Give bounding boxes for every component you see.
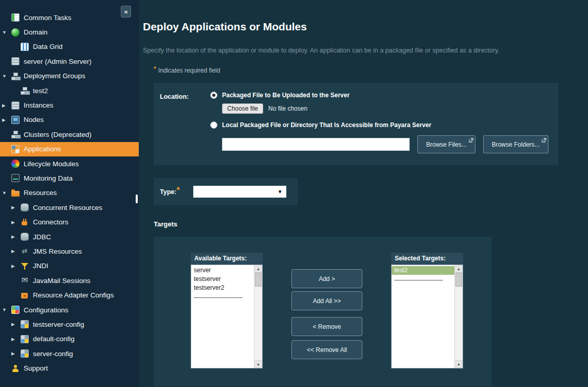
- funnel-icon: [21, 262, 29, 270]
- type-required-asterisk: *: [176, 186, 179, 195]
- database-icon: [21, 203, 29, 212]
- sidebar-item-server-config[interactable]: ▶server-config: [0, 346, 139, 361]
- sidebar-item-label: Monitoring Data: [24, 174, 72, 182]
- sidebar-item-label: JavaMail Sessions: [33, 277, 90, 285]
- local-radio[interactable]: [210, 121, 217, 129]
- expand-right-icon[interactable]: ▶: [11, 351, 21, 356]
- data-grid-icon: [21, 43, 29, 51]
- sidebar-item-testserver-config[interactable]: ▶testserver-config: [0, 317, 139, 331]
- sidebar-item-label: JNDI: [33, 262, 48, 270]
- sidebar-item-data-grid[interactable]: Data Grid: [0, 40, 139, 54]
- connector-icon: [21, 218, 29, 226]
- available-scrollbar[interactable]: ▲ ▼: [254, 265, 262, 368]
- sidebar-item-resource-adapter-configs[interactable]: Resource Adapter Configs: [0, 288, 139, 302]
- available-target-option[interactable]: server: [191, 266, 254, 275]
- sidebar-item-label: server-config: [33, 350, 73, 358]
- available-target-option[interactable]: testserver2: [191, 284, 254, 292]
- sidebar-item-label: test2: [33, 87, 48, 95]
- available-targets-listbox[interactable]: servertestservertestserver2 ▲ ▼: [191, 265, 263, 368]
- sidebar-item-label: JMS Resources: [33, 248, 82, 255]
- sidebar-item-support[interactable]: Support: [0, 361, 139, 375]
- selected-target-option[interactable]: test2: [392, 266, 454, 275]
- type-panel: Type: * ▼: [154, 178, 298, 205]
- expand-right-icon[interactable]: ▶: [11, 220, 21, 225]
- selected-scrollbar[interactable]: ▲ ▼: [454, 265, 463, 368]
- sidebar-item-monitoring-data[interactable]: Monitoring Data: [0, 171, 139, 185]
- sidebar-item-test2[interactable]: test2: [0, 83, 139, 98]
- sidebar-item-resources[interactable]: ▼Resources: [0, 186, 139, 200]
- configurations-icon: [11, 306, 20, 314]
- transfer-buttons: Add >Add All >>< Remove<< Remove All: [291, 253, 362, 386]
- required-text: Indicates required field: [158, 67, 220, 74]
- sidebar-item-applications[interactable]: Applications: [0, 142, 139, 156]
- scrollbar-thumb[interactable]: [255, 273, 262, 287]
- sidebar-item-jndi[interactable]: ▶JNDI: [0, 259, 139, 273]
- expand-down-icon[interactable]: ▼: [2, 30, 11, 35]
- scroll-up-icon[interactable]: ▲: [455, 265, 463, 273]
- local-option-row: Local Packaged File or Directory That Is…: [210, 121, 558, 129]
- sidebar-item-lifecycle-modules[interactable]: Lifecycle Modules: [0, 156, 139, 171]
- expand-right-icon[interactable]: ▶: [11, 337, 21, 342]
- choose-file-button[interactable]: Choose file: [222, 103, 263, 114]
- sidebar-collapse-button[interactable]: «: [121, 6, 131, 17]
- expand-right-icon[interactable]: ▶: [11, 249, 21, 254]
- external-link-icon: [542, 137, 546, 144]
- type-select[interactable]: ▼: [193, 186, 286, 198]
- sidebar-item-label: Resources: [24, 189, 57, 197]
- file-status-text: No file chosen: [268, 105, 307, 112]
- sidebar-item-jdbc[interactable]: ▶JDBC: [0, 230, 139, 244]
- remove-button[interactable]: < Remove: [291, 317, 362, 336]
- scrollbar-thumb[interactable]: [455, 273, 462, 287]
- tasks-icon: [11, 13, 20, 22]
- collapse-sidebar-icon: «: [124, 8, 127, 15]
- domain-sphere-icon: [11, 28, 20, 37]
- sidebar-item-label: Configurations: [24, 306, 68, 314]
- sidebar-item-deployment-groups[interactable]: ▼Deployment Groups: [0, 69, 139, 83]
- expand-down-icon[interactable]: ▼: [2, 307, 11, 312]
- sidebar-item-server-admin-server[interactable]: server (Admin Server): [0, 54, 139, 68]
- sidebar-item-label: server (Admin Server): [24, 58, 91, 65]
- available-targets-label: Available Targets:: [191, 253, 263, 265]
- browse-files-button[interactable]: Browse Files...: [417, 135, 475, 153]
- sidebar-item-domain[interactable]: ▼Domain: [0, 25, 139, 39]
- scroll-down-icon[interactable]: ▼: [455, 360, 463, 368]
- sidebar-item-configurations[interactable]: ▼Configurations: [0, 303, 139, 317]
- config-icon: [21, 349, 29, 358]
- path-input[interactable]: [222, 138, 410, 151]
- sidebar-item-label: Support: [24, 364, 48, 372]
- selected-targets-listbox[interactable]: test2 ▲ ▼: [391, 265, 463, 368]
- lifecycle-icon: [11, 160, 20, 168]
- upload-radio[interactable]: [210, 92, 217, 99]
- scroll-up-icon[interactable]: ▲: [254, 265, 262, 273]
- required-field-note: *Indicates required field: [154, 67, 576, 74]
- sidebar-item-instances[interactable]: ▶Instances: [0, 98, 139, 112]
- sidebar-item-connectors[interactable]: ▶Connectors: [0, 215, 139, 229]
- add-all-button[interactable]: Add All >>: [291, 291, 362, 310]
- sidebar-item-nodes[interactable]: ▶Nodes: [0, 113, 139, 127]
- remove-all-button[interactable]: << Remove All: [291, 340, 362, 359]
- expand-right-icon[interactable]: ▶: [11, 205, 21, 210]
- node-icon: [11, 116, 20, 124]
- available-target-option[interactable]: testserver: [191, 275, 254, 284]
- sidebar-item-javamail-sessions[interactable]: JavaMail Sessions: [0, 273, 139, 288]
- sidebar-scrollbar-thumb[interactable]: [136, 195, 138, 203]
- expand-right-icon[interactable]: ▶: [2, 103, 11, 108]
- local-option-label: Local Packaged File or Directory That Is…: [222, 121, 431, 129]
- expand-right-icon[interactable]: ▶: [11, 322, 21, 327]
- list-separator: [194, 297, 243, 298]
- expand-down-icon[interactable]: ▼: [2, 190, 11, 196]
- browse-folders-button[interactable]: Browse Folders...: [483, 135, 548, 153]
- sidebar-item-concurrent-resources[interactable]: ▶Concurrent Resources: [0, 200, 139, 215]
- sidebar-item-clusters-deprecated[interactable]: Clusters (Deprecated): [0, 127, 139, 142]
- sidebar-item-label: Deployment Groups: [24, 72, 85, 80]
- add-button[interactable]: Add >: [291, 269, 362, 288]
- sidebar-item-label: Resource Adapter Configs: [33, 291, 114, 299]
- expand-right-icon[interactable]: ▶: [11, 234, 21, 239]
- expand-right-icon[interactable]: ▶: [2, 117, 11, 122]
- sidebar-item-common-tasks[interactable]: Common Tasks: [0, 10, 139, 25]
- sidebar-item-default-config[interactable]: ▶default-config: [0, 332, 139, 346]
- expand-right-icon[interactable]: ▶: [11, 263, 21, 269]
- expand-down-icon[interactable]: ▼: [2, 74, 11, 79]
- sidebar-item-jms-resources[interactable]: ▶JMS Resources: [0, 244, 139, 258]
- scroll-down-icon[interactable]: ▼: [254, 360, 262, 368]
